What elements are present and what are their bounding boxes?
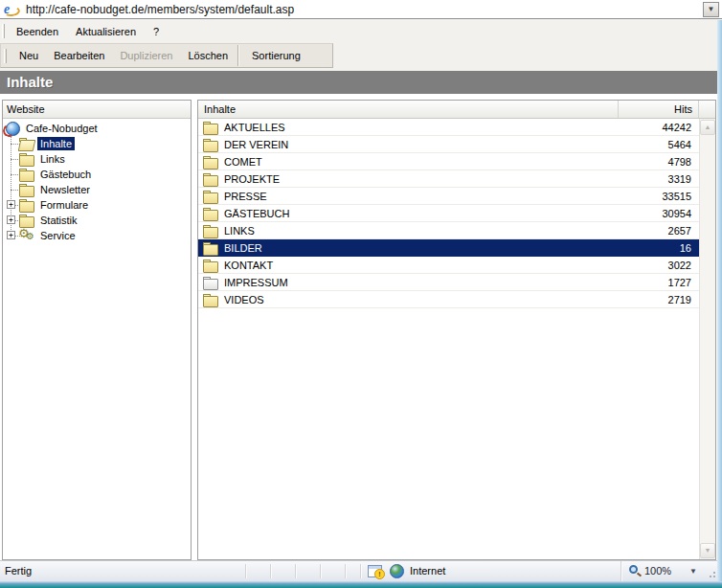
row-name[interactable]: DER VEREIN [224, 139, 624, 150]
tree-item-label[interactable]: Gästebuch [37, 168, 94, 181]
status-separator [270, 564, 271, 578]
row-name[interactable]: VIDEOS [224, 294, 624, 305]
folder-icon [203, 259, 218, 272]
row-name[interactable]: PRESSE [224, 191, 624, 202]
list-row[interactable]: BILDER 16 [198, 239, 699, 257]
list-scrollbar[interactable]: ▲ ▼ [699, 119, 715, 559]
row-hits: 44242 [624, 122, 699, 133]
tree-item[interactable]: + Formulare [3, 197, 191, 213]
row-hits: 1727 [624, 277, 699, 288]
list-row[interactable]: DER VEREIN 5464 [198, 136, 699, 153]
menu-bar: BeendenAktualisieren? [0, 20, 722, 42]
tree-branch-connector: + [5, 197, 19, 213]
list-header: Inhalte Hits [198, 101, 715, 119]
folder-icon [203, 293, 218, 306]
zoom-dropdown-icon[interactable]: ▼ [689, 567, 697, 576]
expand-plus-icon[interactable]: + [7, 200, 15, 209]
menu-item[interactable]: Aktualisieren [67, 22, 145, 41]
list-row[interactable]: COMET 4798 [198, 153, 699, 170]
tree-item[interactable]: + Service [3, 228, 191, 243]
tree-item-label[interactable]: Newsletter [37, 183, 93, 196]
row-name[interactable]: PROJEKTE [224, 173, 624, 185]
status-separator [320, 564, 321, 578]
tree-item[interactable]: + Newsletter [3, 182, 191, 197]
column-header-spacer [699, 101, 715, 118]
tree-root-item[interactable]: Cafe-Nobudget [3, 121, 191, 136]
row-name[interactable]: IMPRESSUM [224, 277, 624, 288]
row-name[interactable]: COMET [224, 156, 624, 168]
tree-branch-connector: + [5, 213, 19, 228]
row-name[interactable]: GÄSTEBUCH [224, 208, 624, 219]
address-dropdown-button[interactable]: ▼ [703, 2, 719, 17]
toolbar-button[interactable]: Löschen [178, 45, 234, 66]
scroll-up-icon[interactable]: ▲ [700, 120, 715, 135]
window-border-bottom [0, 581, 722, 588]
toolbar-button[interactable]: Bearbeiten [44, 45, 110, 66]
row-hits: 3022 [624, 260, 699, 271]
status-bar: Fertig Internet 100% ▼ [0, 560, 722, 581]
tree-item-icon [19, 198, 34, 212]
toolbar: Neu Bearbeiten Duplizieren Löschen Sorti… [0, 43, 333, 68]
toolbar-buttons: Neu Bearbeiten Duplizieren Löschen Sorti… [10, 45, 306, 66]
row-hits: 16 [624, 242, 699, 254]
list-row[interactable]: LINKS 2657 [198, 222, 699, 239]
toolbar-button[interactable]: Duplizieren [110, 45, 178, 66]
list-row[interactable]: AKTUELLES 44242 [198, 119, 699, 136]
toolbar-button-label: Sortierung [252, 50, 301, 61]
list-body: AKTUELLES 44242 DER VEREIN 5464 COMET 47… [198, 119, 699, 559]
toolbar-grip-handle[interactable] [4, 49, 7, 63]
row-name[interactable]: KONTAKT [224, 260, 624, 271]
zone-label: Internet [410, 565, 445, 577]
tree-item-label[interactable]: Formulare [37, 198, 91, 212]
toolbar-button[interactable]: Sortierung [237, 45, 306, 66]
content-area: Website Cafe-Nobudget + Inhalte + [0, 94, 717, 560]
page-title: Inhalte [0, 71, 722, 94]
protected-mode-icon [368, 565, 382, 577]
expand-plus-icon[interactable]: + [7, 231, 15, 239]
toolbar-button-label: Löschen [188, 50, 228, 61]
row-hits: 5464 [624, 139, 699, 150]
status-separator [345, 564, 346, 578]
list-row[interactable]: VIDEOS 2719 [198, 291, 699, 308]
tree-branch-connector: + [5, 228, 19, 243]
scroll-down-icon[interactable]: ▼ [700, 543, 715, 558]
tree-item-label[interactable]: Links [37, 152, 68, 166]
menu-grip-handle[interactable] [2, 24, 5, 38]
status-separator [295, 564, 296, 578]
tree-item-label[interactable]: Statistik [37, 214, 80, 227]
tree-item[interactable]: + Gästebuch [3, 167, 191, 182]
content-list-panel: Inhalte Hits AKTUELLES 44242 DER VEREIN … [197, 100, 716, 560]
row-name[interactable]: LINKS [224, 225, 624, 237]
tree-item[interactable]: + Links [3, 151, 191, 167]
toolbar-button-label: Neu [19, 50, 38, 61]
menu-item[interactable]: ? [145, 22, 168, 41]
tree-item[interactable]: + Statistik [3, 213, 191, 228]
toolbar-button[interactable]: Neu [10, 45, 44, 66]
tree-item[interactable]: + Inhalte [3, 136, 191, 151]
expand-plus-icon[interactable]: + [7, 215, 15, 224]
column-header-inhalte[interactable]: Inhalte [198, 101, 619, 118]
tree-branch-connector: + [5, 136, 19, 151]
folder-icon [203, 121, 218, 134]
list-row[interactable]: GÄSTEBUCH 30954 [198, 205, 699, 222]
column-header-hits[interactable]: Hits [619, 101, 699, 118]
folder-icon [203, 155, 218, 169]
list-row[interactable]: PRESSE 33515 [198, 188, 699, 205]
row-name[interactable]: BILDER [224, 242, 624, 254]
row-name[interactable]: AKTUELLES [224, 122, 624, 133]
list-row[interactable]: PROJEKTE 3319 [198, 170, 699, 188]
menu-item[interactable]: Beenden [8, 22, 67, 41]
site-tree: Cafe-Nobudget + Inhalte + Links + [3, 119, 191, 243]
tree-branch-connector: + [5, 182, 19, 197]
tree-item-label[interactable]: Service [37, 229, 79, 242]
magnifier-icon [629, 565, 638, 574]
list-row[interactable]: KONTAKT 3022 [198, 257, 699, 274]
tree-item-label[interactable]: Inhalte [37, 137, 75, 150]
website-tree-panel: Website Cafe-Nobudget + Inhalte + [2, 100, 192, 560]
tree-item-icon [19, 183, 34, 196]
zoom-control[interactable]: 100% ▼ [620, 561, 705, 582]
toolbar-button-label: Bearbeiten [54, 50, 104, 61]
list-row[interactable]: IMPRESSUM 1727 [198, 274, 699, 291]
address-bar: e http://cafe-nobudget.de/members/system… [0, 0, 722, 19]
status-separator [245, 564, 246, 578]
